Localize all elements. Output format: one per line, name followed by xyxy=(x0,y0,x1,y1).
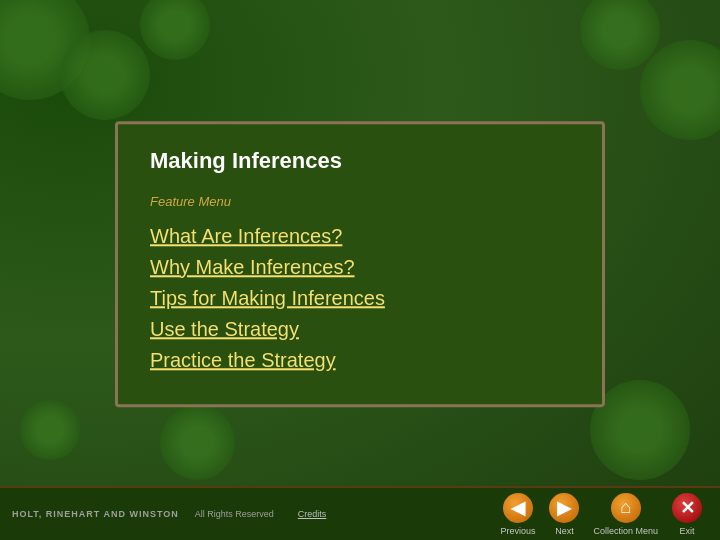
next-button[interactable]: ▶ Next xyxy=(543,489,585,540)
collection-menu-button[interactable]: ⌂ Collection Menu xyxy=(587,489,664,540)
exit-label: Exit xyxy=(679,526,694,536)
exit-button[interactable]: ✕ Exit xyxy=(666,489,708,540)
menu-item-tips-for[interactable]: Tips for Making Inferences xyxy=(150,287,570,310)
collection-menu-label: Collection Menu xyxy=(593,526,658,536)
previous-icon: ◀ xyxy=(503,493,533,523)
tips-for-link[interactable]: Tips for Making Inferences xyxy=(150,287,385,309)
next-label: Next xyxy=(555,526,574,536)
slide-content: Making Inferences Feature Menu What Are … xyxy=(115,121,605,407)
why-make-link[interactable]: Why Make Inferences? xyxy=(150,256,355,278)
leaf-decoration xyxy=(160,405,235,480)
menu-item-practice-strategy[interactable]: Practice the Strategy xyxy=(150,349,570,372)
previous-label: Previous xyxy=(500,526,535,536)
menu-item-what-are[interactable]: What Are Inferences? xyxy=(150,225,570,248)
practice-strategy-link[interactable]: Practice the Strategy xyxy=(150,349,336,371)
rights-text: All Rights Reserved xyxy=(195,509,274,519)
leaf-decoration xyxy=(20,400,80,460)
publisher-info: HOLT, RINEHART AND WINSTON All Rights Re… xyxy=(12,509,494,519)
menu-item-why-make[interactable]: Why Make Inferences? xyxy=(150,256,570,279)
exit-icon: ✕ xyxy=(672,493,702,523)
credits-link[interactable]: Credits xyxy=(298,509,327,519)
publisher-name: HOLT, RINEHART AND WINSTON xyxy=(12,509,179,519)
leaf-decoration xyxy=(590,380,690,480)
next-icon: ▶ xyxy=(549,493,579,523)
menu-item-use-strategy[interactable]: Use the Strategy xyxy=(150,318,570,341)
feature-menu-label: Feature Menu xyxy=(150,194,570,209)
previous-button[interactable]: ◀ Previous xyxy=(494,489,541,540)
use-strategy-link[interactable]: Use the Strategy xyxy=(150,318,299,340)
leaf-decoration xyxy=(60,30,150,120)
slide-title: Making Inferences xyxy=(150,148,570,174)
bottom-bar: HOLT, RINEHART AND WINSTON All Rights Re… xyxy=(0,486,720,540)
menu-list: What Are Inferences? Why Make Inferences… xyxy=(150,225,570,372)
what-are-link[interactable]: What Are Inferences? xyxy=(150,225,342,247)
home-icon: ⌂ xyxy=(611,493,641,523)
nav-buttons: ◀ Previous ▶ Next ⌂ Collection Menu ✕ Ex… xyxy=(494,489,708,540)
